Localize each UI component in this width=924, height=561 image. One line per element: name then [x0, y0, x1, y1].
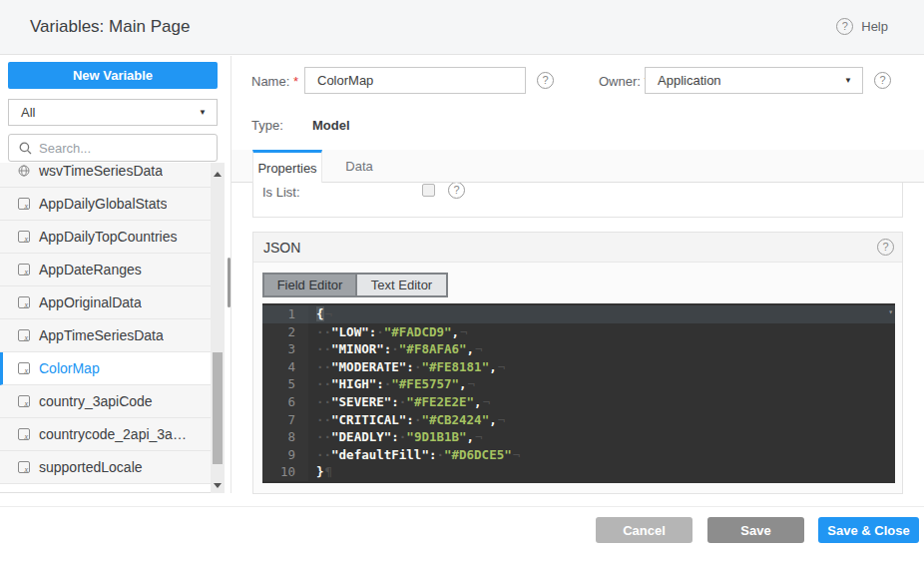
save-button[interactable]: Save — [707, 517, 804, 543]
name-help-icon[interactable] — [537, 72, 554, 89]
eol-marker — [459, 324, 468, 339]
eol-marker — [324, 306, 333, 321]
properties-panel: Is List: — [252, 183, 903, 218]
variable-icon — [18, 362, 30, 374]
text-editor-button[interactable]: Text Editor — [355, 275, 446, 295]
list-item[interactable]: countrycode_2api_3a… — [0, 418, 225, 451]
globe-icon — [18, 165, 30, 177]
tab-bar: Properties Data — [231, 150, 924, 183]
name-input[interactable] — [304, 67, 526, 94]
code-line: 10 } — [262, 463, 895, 481]
list-item-colormap-selected[interactable]: ColorMap — [0, 352, 225, 385]
list-item-label: wsvTimeSeriesData — [39, 163, 163, 179]
field-editor-button[interactable]: Field Editor — [264, 275, 355, 295]
list-item[interactable]: AppTimeSeriesData — [0, 319, 225, 352]
help-label: Help — [861, 19, 888, 34]
header-bar: Variables: Main Page Help — [0, 0, 924, 55]
owner-help-icon[interactable] — [874, 72, 891, 89]
required-marker: * — [293, 74, 298, 89]
line-number: 3 — [262, 340, 308, 358]
eol-marker — [324, 464, 333, 479]
search-input[interactable] — [39, 141, 199, 156]
json-section: JSON Field Editor Text Editor 1 { 2 LOW#… — [252, 232, 903, 494]
variable-icon — [18, 296, 30, 308]
cancel-button[interactable]: Cancel — [596, 517, 693, 543]
line-number: 9 — [262, 446, 308, 464]
tab-properties[interactable]: Properties — [252, 150, 322, 184]
list-item-label: AppTimeSeriesData — [39, 327, 164, 343]
name-label: Name: * — [251, 74, 298, 89]
list-item[interactable]: wsvTimeSeriesData — [0, 163, 225, 188]
list-item[interactable]: country_3apiCode — [0, 385, 225, 418]
new-variable-button[interactable]: New Variable — [8, 62, 218, 89]
help-button[interactable]: Help — [836, 18, 888, 35]
line-number: 6 — [262, 393, 308, 411]
eol-marker — [497, 412, 506, 427]
owner-selected-value: Application — [658, 73, 721, 88]
list-item[interactable]: supportedLocale — [0, 451, 225, 484]
variable-icon — [18, 428, 30, 440]
search-icon — [19, 142, 32, 155]
list-scrollbar[interactable] — [211, 163, 225, 493]
variable-icon — [18, 231, 30, 243]
is-list-checkbox[interactable] — [422, 184, 435, 197]
search-box — [8, 134, 218, 162]
line-number: 5 — [262, 375, 308, 393]
variable-list: wsvTimeSeriesData AppDailyGlobalStats Ap… — [0, 163, 225, 493]
scroll-up-arrow-icon[interactable] — [214, 172, 222, 177]
line-number: 7 — [262, 411, 308, 429]
page-title: Variables: Main Page — [30, 17, 190, 37]
scrollbar-thumb[interactable] — [213, 352, 223, 464]
list-item-label: AppDailyGlobalStats — [39, 196, 167, 212]
variable-icon — [18, 264, 30, 276]
eol-marker — [474, 429, 483, 444]
sidebar: New Variable All wsvTimeSe — [0, 56, 231, 493]
line-number: 4 — [262, 358, 308, 376]
is-list-row: Is List: — [253, 183, 902, 208]
chevron-down-icon — [844, 76, 852, 85]
list-item[interactable]: AppDailyTopCountries — [0, 221, 225, 254]
variable-icon — [18, 395, 30, 407]
list-item-label: AppDailyTopCountries — [39, 229, 178, 245]
footer-divider — [0, 506, 924, 507]
list-item[interactable]: AppDateRanges — [0, 254, 225, 286]
scroll-down-arrow-icon[interactable] — [214, 483, 222, 488]
code-line: 9 defaultFill#D6DCE5 — [262, 446, 895, 464]
save-and-close-button[interactable]: Save & Close — [818, 517, 919, 543]
code-line: 2 LOW#FADCD9, — [262, 323, 895, 341]
variable-filter-dropdown[interactable]: All — [8, 99, 218, 126]
variables-editor-window: Variables: Main Page Help New Variable A… — [0, 0, 924, 561]
type-label: Type: — [251, 118, 283, 133]
eol-marker — [497, 359, 506, 374]
chevron-down-icon — [199, 108, 207, 117]
line-number: 10 — [262, 463, 308, 481]
filter-selected-value: All — [21, 105, 35, 120]
editor-mode-toggle: Field Editor Text Editor — [262, 273, 448, 297]
help-icon — [836, 18, 853, 35]
tab-data[interactable]: Data — [323, 150, 395, 183]
fold-arrow-icon[interactable] — [888, 303, 893, 321]
type-value: Model — [312, 118, 350, 133]
json-section-title: JSON — [263, 240, 300, 256]
eol-marker — [482, 394, 491, 409]
owner-dropdown[interactable]: Application — [645, 67, 863, 94]
code-line: 5 HIGH#FE5757, — [262, 375, 895, 393]
is-list-label: Is List: — [262, 185, 300, 200]
code-line: 3 MINOR#F8AFA6, — [262, 340, 895, 358]
list-item[interactable]: AppDailyGlobalStats — [0, 188, 225, 221]
json-section-header: JSON — [253, 233, 902, 263]
eol-marker — [512, 447, 521, 462]
code-line: 1 { — [262, 305, 895, 323]
list-item-label: AppOriginalData — [39, 294, 142, 310]
list-item[interactable]: AppOriginalData — [0, 286, 225, 319]
is-list-help-icon[interactable] — [448, 183, 465, 199]
json-code-editor[interactable]: 1 { 2 LOW#FADCD9, 3 MINOR#F8AFA6, 4 MODE… — [262, 303, 895, 483]
line-number: 8 — [262, 428, 308, 446]
json-help-icon[interactable] — [877, 239, 894, 256]
list-item-label: ColorMap — [39, 360, 100, 376]
eol-marker — [467, 376, 476, 391]
list-item-label: AppDateRanges — [39, 262, 142, 278]
variable-icon — [18, 461, 30, 473]
list-item-label: supportedLocale — [39, 459, 143, 475]
list-item-label: countrycode_2api_3a… — [39, 426, 187, 442]
